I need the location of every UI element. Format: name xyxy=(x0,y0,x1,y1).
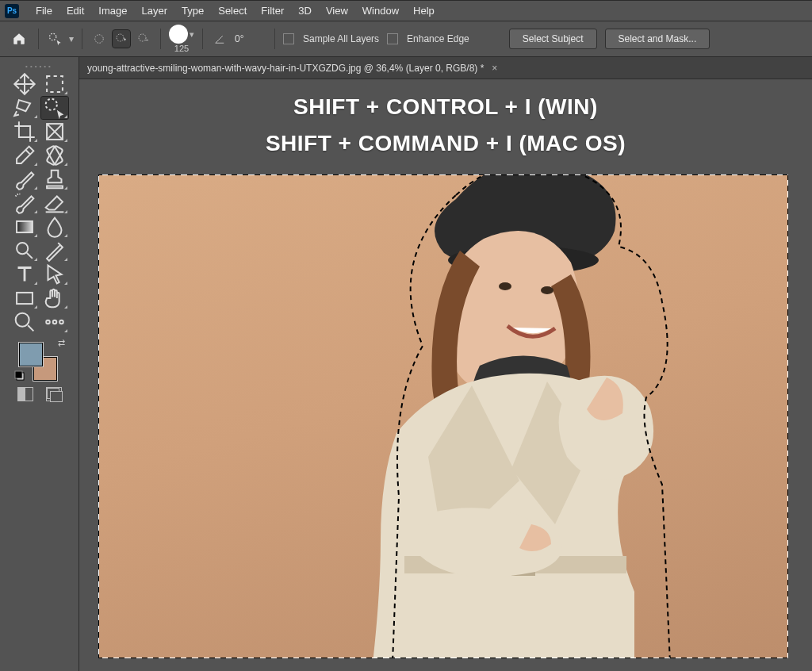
eyedropper-tool[interactable] xyxy=(11,144,38,167)
swap-colors-icon[interactable]: ⇄ xyxy=(58,338,65,348)
select-and-mask-button[interactable]: Select and Mask... xyxy=(605,29,710,49)
stamp-tool[interactable] xyxy=(41,168,68,190)
svg-point-21 xyxy=(499,282,511,290)
document-tab[interactable]: young-attractive-smiling-woman-with-wavy… xyxy=(87,63,484,74)
select-subject-button[interactable]: Select Subject xyxy=(509,29,597,49)
menu-view[interactable]: View xyxy=(319,1,355,21)
menu-bar: Ps File Edit Image Layer Type Select Fil… xyxy=(0,0,812,21)
svg-rect-11 xyxy=(17,293,33,304)
rectangle-tool[interactable] xyxy=(11,287,38,309)
add-selection-icon[interactable] xyxy=(113,30,130,48)
brush-preview-icon xyxy=(169,25,188,44)
shortcut-overlay: SHIFT + CONTROL + I (WIN) SHIFT + COMMAN… xyxy=(79,89,812,162)
quick-selection-tool[interactable] xyxy=(41,97,68,119)
new-selection-icon[interactable] xyxy=(90,30,108,48)
move-tool[interactable] xyxy=(11,73,38,95)
gradient-tool[interactable] xyxy=(11,216,38,238)
eraser-tool[interactable] xyxy=(41,192,68,214)
svg-rect-9 xyxy=(17,221,33,232)
document-tab-bar: young-attractive-smiling-woman-with-wavy… xyxy=(79,57,812,79)
hand-tool[interactable] xyxy=(41,287,68,309)
brush-angle-control[interactable] xyxy=(211,30,266,48)
svg-point-22 xyxy=(541,286,553,294)
menu-select[interactable]: Select xyxy=(211,1,254,21)
panel-grip-icon[interactable]: •••••• xyxy=(0,62,79,70)
selection-mode-group xyxy=(90,30,152,48)
color-swatches[interactable]: ⇄ xyxy=(16,339,63,379)
patch-tool[interactable] xyxy=(41,144,68,167)
sample-all-layers-label: Sample All Layers xyxy=(303,33,379,44)
history-brush-tool[interactable] xyxy=(11,192,38,214)
selection-marquee xyxy=(98,174,788,658)
divider xyxy=(202,29,203,49)
menu-type[interactable]: Type xyxy=(174,1,211,21)
checkbox-icon xyxy=(387,33,398,44)
svg-rect-17 xyxy=(15,371,22,378)
zoom-tool[interactable] xyxy=(11,311,38,333)
home-button[interactable] xyxy=(8,28,30,50)
divider xyxy=(160,29,161,49)
angle-input[interactable] xyxy=(233,33,266,45)
edit-toolbar-button[interactable] xyxy=(41,311,68,333)
default-colors-icon[interactable] xyxy=(14,370,25,384)
divider xyxy=(274,29,275,49)
path-selection-tool[interactable] xyxy=(41,263,68,286)
svg-point-10 xyxy=(17,243,28,254)
subtract-selection-icon[interactable] xyxy=(135,30,152,48)
tools-panel: •••••• ⇄ xyxy=(0,57,79,671)
sample-all-layers-checkbox[interactable]: Sample All Layers xyxy=(283,33,379,44)
quick-mask-mode-button[interactable] xyxy=(17,387,33,401)
home-icon xyxy=(12,32,26,46)
crop-tool[interactable] xyxy=(11,121,38,143)
frame-tool[interactable] xyxy=(41,121,68,143)
photo-subject xyxy=(329,174,678,658)
menu-help[interactable]: Help xyxy=(406,1,442,21)
svg-point-13 xyxy=(46,320,50,324)
tool-preset-picker[interactable]: ▾ xyxy=(47,30,74,48)
shortcut-win-label: SHIFT + CONTROL + I (WIN) xyxy=(79,89,812,125)
divider xyxy=(38,29,39,49)
menu-layer[interactable]: Layer xyxy=(135,1,175,21)
ps-logo-icon: Ps xyxy=(5,4,19,18)
type-tool[interactable] xyxy=(11,263,38,286)
blur-tool[interactable] xyxy=(41,216,68,238)
canvas[interactable]: SHIFT + CONTROL + I (WIN) SHIFT + COMMAN… xyxy=(79,79,812,671)
foreground-color-swatch[interactable] xyxy=(19,343,43,366)
pen-tool[interactable] xyxy=(41,240,68,262)
svg-point-15 xyxy=(59,320,63,324)
checkbox-icon xyxy=(283,33,294,44)
screen-mode-button[interactable] xyxy=(46,387,62,401)
svg-point-3 xyxy=(139,34,146,41)
marquee-tool[interactable] xyxy=(41,73,68,95)
svg-point-2 xyxy=(117,34,124,41)
lasso-tool[interactable] xyxy=(11,97,38,119)
svg-point-5 xyxy=(45,99,56,110)
menu-filter[interactable]: Filter xyxy=(254,1,291,21)
divider xyxy=(82,29,82,49)
svg-rect-4 xyxy=(47,76,63,92)
enhance-edge-checkbox[interactable]: Enhance Edge xyxy=(387,33,469,44)
svg-point-14 xyxy=(52,320,56,324)
svg-point-1 xyxy=(95,35,104,44)
close-tab-button[interactable]: × xyxy=(492,63,497,74)
menu-edit[interactable]: Edit xyxy=(59,1,91,21)
quick-selection-preset-icon xyxy=(47,30,64,48)
brush-size-value: 125 xyxy=(174,44,189,53)
brush-size-picker[interactable]: ▾ 125 xyxy=(169,25,194,53)
menu-image[interactable]: Image xyxy=(91,1,134,21)
shortcut-mac-label: SHIFT + COMMAND + I (MAC OS) xyxy=(79,125,812,162)
menu-file[interactable]: File xyxy=(29,1,59,21)
dodge-tool[interactable] xyxy=(11,240,38,262)
menu-window[interactable]: Window xyxy=(355,1,406,21)
menu-3d[interactable]: 3D xyxy=(291,1,319,21)
svg-point-12 xyxy=(15,313,29,327)
angle-icon xyxy=(211,30,228,48)
svg-point-0 xyxy=(50,33,56,40)
enhance-edge-label: Enhance Edge xyxy=(407,33,469,44)
brush-tool[interactable] xyxy=(11,168,38,190)
options-bar: ▾ ▾ 125 Sample All Layers Enhance Edge S… xyxy=(0,21,812,57)
